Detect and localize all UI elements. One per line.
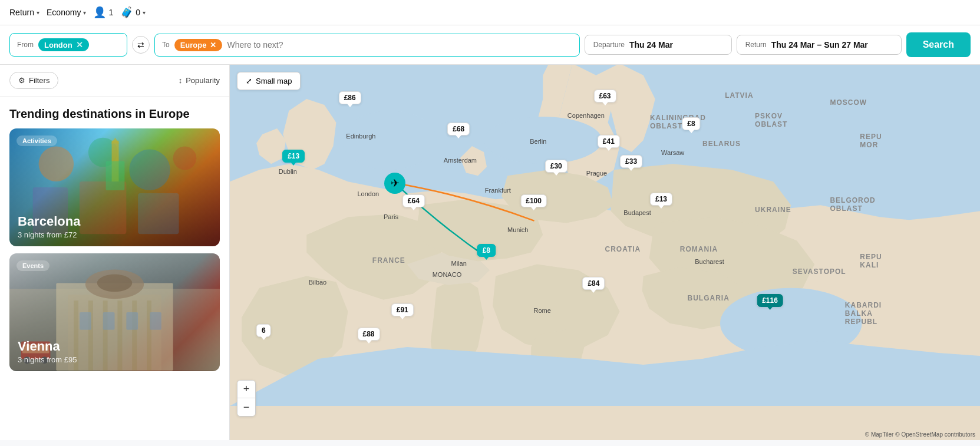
price-84: £84 (582, 277, 605, 290)
price-pin-13-east[interactable]: £13 (650, 193, 672, 206)
from-tag[interactable]: London ✕ (38, 38, 89, 51)
search-button[interactable]: Search (906, 32, 971, 57)
departure-date: Thu 24 Mar (629, 40, 673, 49)
price-63: £63 (593, 90, 616, 103)
sort-label: Popularity (186, 76, 220, 85)
return-date: Thu 24 Mar – Sun 27 Mar (771, 40, 868, 49)
zoom-in-button[interactable]: + (237, 381, 255, 398)
svg-point-31 (484, 117, 602, 164)
price-pin-13-dublin[interactable]: £13 (282, 150, 305, 163)
price-pin-33[interactable]: £33 (620, 155, 642, 168)
destination-cards: Activities Barcelona 3 nights from £72 (0, 128, 229, 388)
card-tag-barcelona: Activities (17, 136, 57, 146)
trending-title: Trending destinations in Europe (0, 97, 229, 128)
from-label: From (17, 41, 34, 49)
cabin-class-dropdown[interactable]: Economy ▾ (47, 8, 86, 17)
barcelona-price: 3 nights from £72 (18, 230, 80, 239)
price-64: £64 (402, 194, 425, 207)
zoom-out-button[interactable]: − (237, 398, 255, 416)
map-area: ⤢ Small map (230, 65, 980, 440)
to-tag-close[interactable]: ✕ (210, 41, 216, 49)
svg-point-3 (173, 147, 197, 170)
svg-rect-15 (103, 300, 108, 371)
barcelona-name: Barcelona (18, 214, 80, 229)
price-pin-84[interactable]: £84 (582, 277, 605, 290)
cabin-class-label: Economy (47, 8, 81, 17)
price-pin-8-warsaw[interactable]: £8 (682, 117, 700, 130)
svg-point-32 (342, 111, 436, 170)
vienna-name: Vienna (18, 339, 77, 354)
price-68: £68 (447, 123, 470, 136)
filters-icon: ⚙ (18, 76, 25, 85)
price-pin-30[interactable]: £30 (545, 160, 567, 173)
sort-icon: ↕ (179, 76, 183, 85)
price-pin-100[interactable]: £100 (520, 194, 547, 207)
to-tag-value: Europe (180, 41, 207, 49)
bags-icon: 🧳 (120, 6, 133, 19)
departure-label: Departure (593, 41, 625, 49)
passengers-count: 1 (108, 8, 113, 17)
small-map-button[interactable]: ⤢ Small map (237, 72, 301, 90)
swap-button[interactable]: ⇄ (132, 36, 150, 54)
bags-chevron: ▾ (143, 9, 146, 16)
from-field[interactable]: From London ✕ (9, 33, 127, 57)
airplane-origin-pin: ✈ (384, 173, 405, 194)
cabin-class-chevron: ▾ (83, 9, 86, 16)
price-8-warsaw: £8 (682, 117, 700, 130)
card-tag-vienna: Events (17, 260, 50, 271)
svg-rect-21 (80, 312, 91, 330)
price-pin-86[interactable]: £86 (339, 91, 361, 104)
bags-dropdown[interactable]: 🧳 0 ▾ (120, 6, 146, 19)
svg-point-20 (97, 275, 133, 292)
price-30: £30 (545, 160, 567, 173)
map-attribution: © MapTiler © OpenStreetMap contributors (865, 431, 975, 438)
return-field[interactable]: Return Thu 24 Mar – Sun 27 Mar (737, 35, 902, 55)
departure-field[interactable]: Departure Thu 24 Mar (585, 35, 732, 55)
price-pin-68[interactable]: £68 (447, 123, 470, 136)
price-pin-8-milan[interactable]: £8 (477, 244, 496, 257)
price-pin-91[interactable]: £91 (391, 303, 414, 316)
price-91: £91 (391, 303, 414, 316)
svg-point-2 (129, 150, 170, 190)
price-pin-88[interactable]: £88 (357, 328, 380, 341)
passengers-icon: 👤 (93, 6, 106, 19)
price-pin-116[interactable]: £116 (757, 294, 783, 307)
sidebar-toolbar: ⚙ Filters ↕ Popularity (0, 65, 229, 97)
svg-rect-24 (150, 312, 161, 330)
price-88: £88 (357, 328, 380, 341)
price-13-dublin: £13 (282, 150, 305, 163)
barcelona-card[interactable]: Activities Barcelona 3 nights from £72 (9, 128, 220, 246)
sort-button[interactable]: ↕ Popularity (179, 76, 220, 85)
price-13-east: £13 (650, 193, 672, 206)
svg-rect-16 (117, 300, 122, 371)
filters-label: Filters (29, 76, 50, 85)
small-map-icon: ⤢ (246, 77, 252, 85)
search-bar: From London ✕ ⇄ To Europe ✕ Departure Th… (0, 25, 980, 65)
price-pin-6[interactable]: 6 (256, 324, 271, 337)
price-86: £86 (339, 91, 361, 104)
price-41: £41 (598, 135, 620, 148)
price-6: 6 (256, 324, 271, 337)
from-tag-close[interactable]: ✕ (76, 40, 83, 49)
vienna-price: 3 nights from £95 (18, 355, 77, 364)
to-tag[interactable]: Europe ✕ (174, 39, 223, 51)
filters-button[interactable]: ⚙ Filters (9, 72, 58, 89)
small-map-label: Small map (256, 77, 292, 85)
price-100: £100 (520, 194, 547, 207)
price-pin-64[interactable]: £64 (402, 194, 425, 207)
price-33: £33 (620, 155, 642, 168)
price-pin-41[interactable]: £41 (598, 135, 620, 148)
svg-rect-14 (88, 300, 93, 371)
svg-rect-22 (103, 312, 115, 330)
price-8-milan: £8 (477, 244, 496, 257)
vienna-card[interactable]: Events Vienna 3 nights from £95 (9, 253, 220, 371)
to-field[interactable]: To Europe ✕ (154, 34, 580, 57)
passengers-dropdown[interactable]: 👤 1 (93, 6, 113, 19)
return-label: Return (745, 41, 767, 49)
trip-type-dropdown[interactable]: Return ▾ (9, 8, 39, 17)
svg-rect-17 (132, 300, 137, 371)
price-pin-63[interactable]: £63 (593, 90, 616, 103)
where-next-input[interactable] (227, 40, 572, 49)
svg-rect-18 (147, 300, 151, 371)
price-116: £116 (757, 294, 783, 307)
